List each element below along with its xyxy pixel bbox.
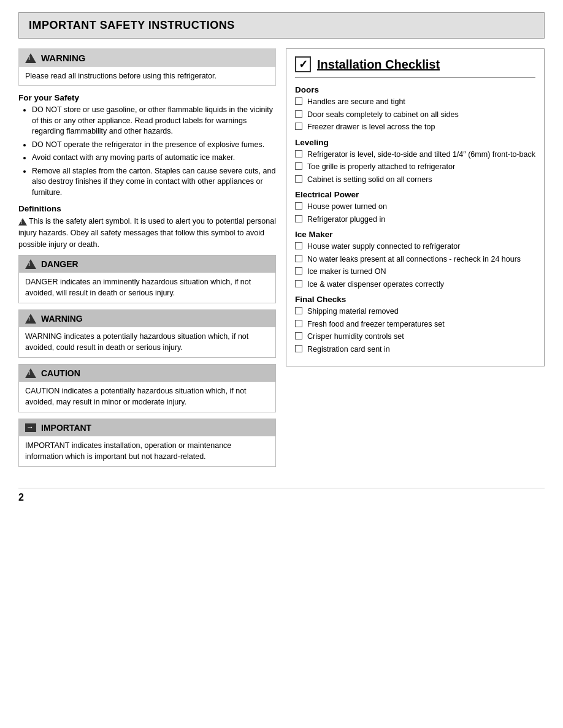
list-item: House water supply connected to refriger… bbox=[295, 241, 535, 252]
safety-heading: For your Safety bbox=[18, 93, 276, 102]
list-item: Shipping material removed bbox=[295, 306, 535, 317]
page-header-title: IMPORTANT SAFETY INSTRUCTIONS bbox=[29, 19, 235, 31]
list-item: Ice maker is turned ON bbox=[295, 267, 535, 278]
section-leveling-title: Leveling bbox=[295, 138, 535, 147]
list-item: Refrigerator plugged in bbox=[295, 214, 535, 226]
page-number: 2 bbox=[18, 488, 545, 503]
danger-body: DANGER indicates an imminently hazardous… bbox=[19, 273, 275, 303]
main-content: WARNING Please read all instructions bef… bbox=[18, 48, 545, 473]
list-item: Ice & water dispenser operates correctly bbox=[295, 279, 535, 290]
section-electrical-title: Electrical Power bbox=[295, 190, 535, 199]
danger-label: DANGER bbox=[41, 259, 79, 269]
section-doors-items: Handles are secure and tight Door seals … bbox=[295, 97, 535, 133]
danger-box: DANGER DANGER indicates an imminently ha… bbox=[18, 255, 276, 303]
danger-header: DANGER bbox=[19, 256, 275, 273]
top-warning-box: WARNING Please read all instructions bef… bbox=[18, 48, 276, 86]
checkbox-icon bbox=[295, 345, 302, 352]
list-item: Toe grille is properly attached to refri… bbox=[295, 162, 535, 173]
checkbox-icon bbox=[295, 110, 302, 118]
warning-body: WARNING indicates a potentially hazardou… bbox=[19, 327, 275, 357]
danger-triangle-icon bbox=[25, 259, 36, 269]
list-item: Fresh food and freezer temperatures set bbox=[295, 319, 535, 330]
checkbox-icon bbox=[295, 267, 302, 275]
section-icemaker-title: Ice Maker bbox=[295, 230, 535, 239]
important-body: IMPORTANT indicates installation, operat… bbox=[19, 436, 275, 466]
top-warning-header: WARNING bbox=[19, 49, 275, 67]
checklist-checkmark-icon: ✓ bbox=[295, 56, 311, 72]
warning-header: WARNING bbox=[19, 310, 275, 327]
list-item: DO NOT store or use gasoline, or other f… bbox=[32, 105, 276, 137]
warning-triangle-icon bbox=[25, 53, 36, 63]
list-item: Cabinet is setting solid on all corners bbox=[295, 175, 535, 186]
caution-box: CAUTION CAUTION indicates a potentially … bbox=[18, 364, 276, 412]
checkbox-icon bbox=[295, 97, 302, 105]
section-finalchecks-items: Shipping material removed Fresh food and… bbox=[295, 306, 535, 355]
checkbox-icon bbox=[295, 202, 302, 210]
definitions-heading: Definitions bbox=[18, 204, 276, 213]
caution-label: CAUTION bbox=[41, 368, 80, 378]
important-header: IMPORTANT bbox=[19, 419, 275, 436]
warning-box: WARNING WARNING indicates a potentially … bbox=[18, 309, 276, 358]
right-column: ✓ Installation Checklist Doors Handles a… bbox=[286, 48, 545, 366]
checkbox-icon bbox=[295, 307, 302, 314]
caution-triangle-icon bbox=[25, 368, 36, 378]
list-item: Refrigerator is level, side-to-side and … bbox=[295, 150, 535, 161]
important-box: IMPORTANT IMPORTANT indicates installati… bbox=[18, 419, 276, 467]
list-item: Crisper humidity controls set bbox=[295, 332, 535, 343]
checklist-header: ✓ Installation Checklist bbox=[295, 56, 535, 78]
checkbox-icon bbox=[295, 320, 302, 327]
list-item: Handles are secure and tight bbox=[295, 97, 535, 108]
checkbox-icon bbox=[295, 332, 302, 339]
warning-label: WARNING bbox=[41, 314, 83, 324]
checkbox-icon bbox=[295, 175, 302, 183]
list-item: Door seals completely to cabinet on all … bbox=[295, 110, 535, 121]
checkbox-icon bbox=[295, 255, 302, 262]
left-column: WARNING Please read all instructions bef… bbox=[18, 48, 276, 473]
checkbox-icon bbox=[295, 280, 302, 287]
page-header: IMPORTANT SAFETY INSTRUCTIONS bbox=[18, 12, 545, 39]
list-item: Remove all staples from the carton. Stap… bbox=[32, 166, 276, 199]
checkbox-icon bbox=[295, 215, 302, 222]
checklist-title: Installation Checklist bbox=[317, 58, 440, 72]
checkbox-icon bbox=[295, 242, 302, 249]
list-item: Freezer drawer is level across the top bbox=[295, 122, 535, 133]
important-arrow-icon bbox=[25, 423, 36, 432]
definitions-alert-icon bbox=[18, 218, 27, 226]
list-item: Registration card sent in bbox=[295, 344, 535, 355]
list-item: House power turned on bbox=[295, 202, 535, 213]
warning-triangle-icon-2 bbox=[25, 314, 36, 324]
section-doors-title: Doors bbox=[295, 85, 535, 94]
caution-header: CAUTION bbox=[19, 365, 275, 382]
safety-bullet-list: DO NOT store or use gasoline, or other f… bbox=[18, 105, 276, 198]
section-finalchecks-title: Final Checks bbox=[295, 295, 535, 304]
list-item: Avoid contact with any moving parts of a… bbox=[32, 153, 276, 164]
definitions-body: This is the safety alert symbol. It is u… bbox=[18, 216, 276, 250]
section-leveling-items: Refrigerator is level, side-to-side and … bbox=[295, 150, 535, 186]
checkbox-icon bbox=[295, 162, 302, 170]
important-label: IMPORTANT bbox=[41, 423, 91, 433]
list-item: DO NOT operate the refrigerator in the p… bbox=[32, 140, 276, 151]
caution-body: CAUTION indicates a potentially hazardou… bbox=[19, 382, 275, 412]
top-warning-label: WARNING bbox=[41, 53, 86, 63]
section-icemaker-items: House water supply connected to refriger… bbox=[295, 241, 535, 290]
list-item: No water leaks present at all connection… bbox=[295, 254, 535, 265]
top-warning-body: Please read all instructions before usin… bbox=[19, 67, 275, 85]
checkbox-icon bbox=[295, 123, 302, 130]
checkbox-icon bbox=[295, 150, 302, 157]
section-electrical-items: House power turned on Refrigerator plugg… bbox=[295, 202, 535, 225]
